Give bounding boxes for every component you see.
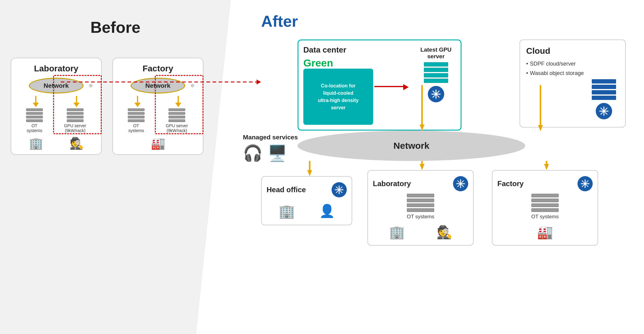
svg-line-42	[586, 185, 588, 187]
svg-marker-55	[544, 164, 549, 170]
lab-after-ot-label: OT systems	[373, 214, 468, 220]
svg-point-18	[338, 188, 340, 191]
svg-line-33	[462, 185, 464, 187]
before-title: Before	[0, 0, 231, 36]
svg-line-26	[336, 191, 338, 193]
lab-network-label: Network	[44, 82, 69, 89]
lab-after-title: Laboratory	[373, 179, 411, 188]
svg-marker-57	[257, 80, 261, 84]
svg-point-36	[584, 182, 586, 185]
colocation-text: Co-location forliquid-cooledultra-high d…	[318, 82, 359, 111]
head-office-title: Head office	[267, 186, 306, 194]
factory-icon: 🏭	[151, 137, 165, 150]
building-icon: 🏢	[29, 137, 43, 150]
factory-after-ot-label: OT systems	[497, 214, 593, 220]
head-office-building-icon: 🏢	[278, 203, 295, 219]
svg-point-9	[602, 110, 605, 113]
svg-line-24	[340, 191, 342, 193]
svg-point-27	[459, 182, 462, 185]
svg-line-14	[601, 108, 603, 110]
factory-gpu-label: GPU server(9kW/rack)	[166, 123, 188, 133]
svg-line-16	[605, 108, 607, 110]
gpu-server-label: Latest GPUserver	[421, 46, 451, 60]
svg-line-25	[340, 187, 342, 189]
managed-title: Managed services	[243, 134, 304, 141]
svg-line-6	[437, 95, 439, 97]
laboratory-title: Laboratory	[15, 64, 97, 73]
after-section: After Data center Green Nexcenter Co-loc…	[231, 0, 644, 334]
svg-marker-53	[420, 164, 424, 170]
svg-line-15	[605, 112, 607, 114]
laboratory-after-box: Laboratory	[367, 170, 474, 246]
factory-after-icon: 🏭	[537, 225, 553, 240]
managed-services: Managed services 🎧 🖥️	[243, 134, 304, 162]
factory-network-label: Network	[145, 82, 171, 89]
headset-icon: 🎧	[243, 144, 263, 162]
svg-line-7	[437, 91, 439, 93]
svg-line-43	[586, 181, 588, 183]
svg-line-35	[458, 185, 460, 187]
colocation-area: Co-location forliquid-cooledultra-high d…	[303, 69, 373, 125]
svg-line-32	[458, 181, 460, 183]
svg-line-8	[433, 95, 435, 97]
factory-before-title: Factory	[117, 64, 199, 73]
cloud-box: Cloud •SDPF cloud/server •Wasabi object …	[520, 39, 626, 128]
svg-line-34	[462, 181, 464, 183]
after-title: After	[261, 12, 298, 30]
data-center-box: Data center Green Nexcenter Co-location …	[298, 39, 462, 131]
before-section: Before Laboratory Network	[0, 0, 231, 334]
svg-line-44	[582, 185, 584, 187]
head-office-person-icon: 👤	[319, 203, 335, 219]
person-icon: 🕵️	[70, 137, 84, 150]
cloud-item-1: •SDPF cloud/server	[526, 61, 619, 67]
svg-line-17	[601, 112, 603, 114]
dc-to-gpu-arrowhead	[403, 84, 409, 90]
svg-line-23	[336, 187, 338, 189]
cloud-item-2: •Wasabi object storage	[526, 70, 619, 77]
lab-ot-label: OTsystems	[27, 123, 42, 133]
factory-after-title: Factory	[497, 179, 524, 188]
svg-point-0	[434, 93, 438, 96]
svg-line-5	[433, 91, 435, 93]
after-network-oval: Network	[298, 131, 525, 161]
svg-line-41	[582, 181, 584, 183]
cloud-title: Cloud	[526, 46, 619, 56]
monitor-icon: 🖥️	[267, 144, 287, 162]
main-container: Before Laboratory Network	[0, 0, 644, 334]
factory-ot-label: OTsystems	[128, 123, 144, 133]
head-office-box: Head office 🏢	[261, 176, 352, 225]
lab-after-building: 🏢	[389, 225, 405, 240]
gpu-server-area: Latest GPUserver	[421, 46, 451, 102]
lab-gpu-label: GPU server(9kW/rack)	[64, 123, 86, 133]
factory-after-box: Factory	[492, 170, 598, 246]
svg-marker-51	[307, 170, 312, 176]
after-network-label: Network	[394, 141, 429, 151]
dc-to-gpu-arrow	[374, 86, 405, 87]
lab-after-person: 🕵️	[437, 225, 452, 240]
